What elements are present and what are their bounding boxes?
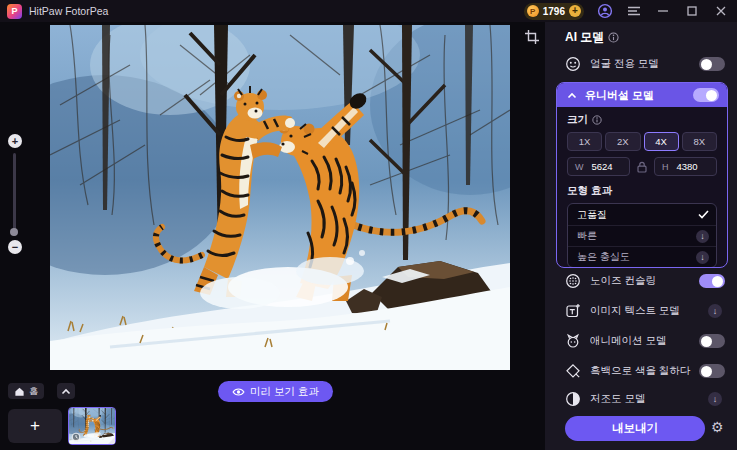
scale-8x-button[interactable]: 8X: [682, 132, 717, 151]
app-title: HitPaw FotorPea: [29, 5, 108, 17]
eye-icon: [232, 387, 245, 397]
colorize-toggle[interactable]: [699, 364, 725, 378]
ai-model-sidebar: AI 모델 얼굴 전용 모델 유니버설 모델: [545, 22, 737, 450]
sidebar-row-animation-model: 애니메이션 모델: [565, 333, 725, 349]
zoom-slider-track[interactable]: [13, 153, 16, 236]
sidebar-row-low-light-model: 저조도 모델 ↓: [565, 391, 725, 407]
minimize-button[interactable]: [655, 3, 671, 19]
effect-option-high-quality[interactable]: 고품질: [568, 204, 716, 225]
home-label: 홈: [29, 385, 38, 398]
image-text-model-label: 이미지 텍스트 모델: [590, 304, 708, 318]
model-effect-label: 모형 효과: [567, 184, 717, 198]
universal-model-toggle[interactable]: [693, 88, 719, 102]
maximize-button[interactable]: [684, 3, 700, 19]
width-value: 5624: [592, 161, 613, 172]
check-icon: [698, 210, 709, 219]
height-field[interactable]: H 4380: [654, 157, 717, 176]
height-label: H: [662, 162, 669, 172]
collapse-filmstrip-button[interactable]: [57, 383, 75, 399]
effect-label: 높은 충실도: [577, 250, 696, 264]
noise-cancelling-label: 노이즈 컨슬링: [590, 274, 699, 288]
home-button[interactable]: 홈: [8, 383, 44, 399]
zoom-in-button[interactable]: +: [8, 134, 22, 148]
coin-icon: P: [527, 5, 539, 17]
width-label: W: [575, 162, 584, 172]
face-model-icon: [565, 56, 581, 72]
add-image-button[interactable]: +: [8, 409, 62, 443]
dimension-row: W 5624 H 4380: [567, 157, 717, 176]
low-light-model-label: 저조도 모델: [590, 392, 708, 406]
effect-option-fast[interactable]: 빠른 ↓: [568, 225, 716, 246]
size-label: 크기: [567, 113, 588, 127]
app-window: P HitPaw FotorPea P 1796 +: [0, 0, 737, 450]
credits-badge[interactable]: P 1796 +: [524, 3, 584, 20]
crop-icon: [524, 29, 540, 45]
close-icon: [716, 6, 726, 16]
noise-cancelling-icon: [565, 273, 581, 289]
export-settings-gear-icon[interactable]: ⚙: [711, 420, 724, 434]
scale-2x-button[interactable]: 2X: [605, 132, 640, 151]
scale-button-group: 1X 2X 4X 8X: [567, 132, 717, 151]
universal-model-card: 유니버설 모델 크기 1X 2X 4X 8X: [556, 82, 728, 268]
credits-count: 1796: [543, 6, 565, 17]
chevron-up-icon: [61, 388, 71, 395]
export-button[interactable]: 내보내기: [565, 416, 705, 441]
universal-model-header[interactable]: 유니버설 모델: [557, 83, 727, 107]
thumbnail-corner-mark: [108, 437, 115, 444]
animation-model-toggle[interactable]: [699, 334, 725, 348]
crop-button[interactable]: [524, 29, 540, 45]
maximize-icon: [687, 6, 697, 16]
minimize-icon: [658, 6, 668, 16]
universal-model-label: 유니버설 모델: [585, 88, 693, 103]
titlebar: P HitPaw FotorPea P 1796 +: [0, 0, 737, 22]
noise-cancelling-toggle[interactable]: [699, 274, 725, 288]
app-logo-icon: P: [7, 4, 22, 19]
preview-image[interactable]: [50, 25, 510, 370]
download-icon[interactable]: ↓: [708, 392, 722, 406]
home-icon: [14, 386, 25, 397]
image-thumbnail[interactable]: [68, 407, 116, 445]
preview-effect-label: 미리 보기 효과: [250, 385, 319, 399]
face-model-toggle[interactable]: [699, 57, 725, 71]
editor-canvas: + − 홈 +: [0, 22, 545, 450]
colorize-label: 흑백으로 색을 칠하다: [590, 364, 699, 378]
info-icon[interactable]: [608, 32, 619, 43]
menu-button[interactable]: [626, 3, 642, 19]
animation-model-label: 애니메이션 모델: [590, 334, 699, 348]
zoom-out-button[interactable]: −: [8, 240, 22, 254]
size-label-row: 크기: [567, 113, 717, 127]
lock-aspect-icon[interactable]: [635, 160, 649, 174]
sidebar-row-colorize: 흑백으로 색을 칠하다: [565, 363, 725, 379]
download-icon[interactable]: ↓: [696, 251, 709, 264]
effect-option-high-fidelity[interactable]: 높은 충실도 ↓: [568, 246, 716, 267]
effect-label: 빠른: [577, 229, 696, 243]
effect-label: 고품질: [577, 208, 698, 222]
sidebar-row-image-text-model: 이미지 텍스트 모델 ↓: [565, 303, 725, 319]
download-icon[interactable]: ↓: [708, 304, 722, 318]
profile-button[interactable]: [597, 3, 613, 19]
history-clock-icon: [71, 432, 81, 442]
height-value: 4380: [677, 161, 698, 172]
user-icon: [597, 3, 613, 19]
preview-effect-button[interactable]: 미리 보기 효과: [218, 381, 333, 402]
sidebar-row-face-model: 얼굴 전용 모델: [565, 56, 725, 72]
low-light-model-icon: [565, 391, 581, 407]
chevron-up-icon: [567, 92, 577, 99]
add-credits-button[interactable]: +: [569, 5, 581, 17]
zoom-slider-thumb[interactable]: [10, 228, 18, 236]
sidebar-row-noise-cancelling: 노이즈 컨슬링: [565, 273, 725, 289]
sidebar-title: AI 모델: [565, 29, 604, 46]
face-model-label: 얼굴 전용 모델: [590, 57, 699, 71]
animation-model-icon: [565, 333, 581, 349]
width-field[interactable]: W 5624: [567, 157, 630, 176]
scale-1x-button[interactable]: 1X: [567, 132, 602, 151]
download-icon[interactable]: ↓: [696, 230, 709, 243]
close-button[interactable]: [713, 3, 729, 19]
info-icon[interactable]: [592, 115, 602, 125]
colorize-icon: [565, 363, 581, 379]
image-text-model-icon: [565, 303, 581, 319]
scale-4x-button[interactable]: 4X: [644, 132, 679, 151]
model-effect-list: 고품질 빠른 ↓ 높은 충실도 ↓: [567, 203, 717, 268]
hamburger-icon: [628, 6, 640, 16]
sidebar-title-row: AI 모델: [565, 29, 619, 46]
